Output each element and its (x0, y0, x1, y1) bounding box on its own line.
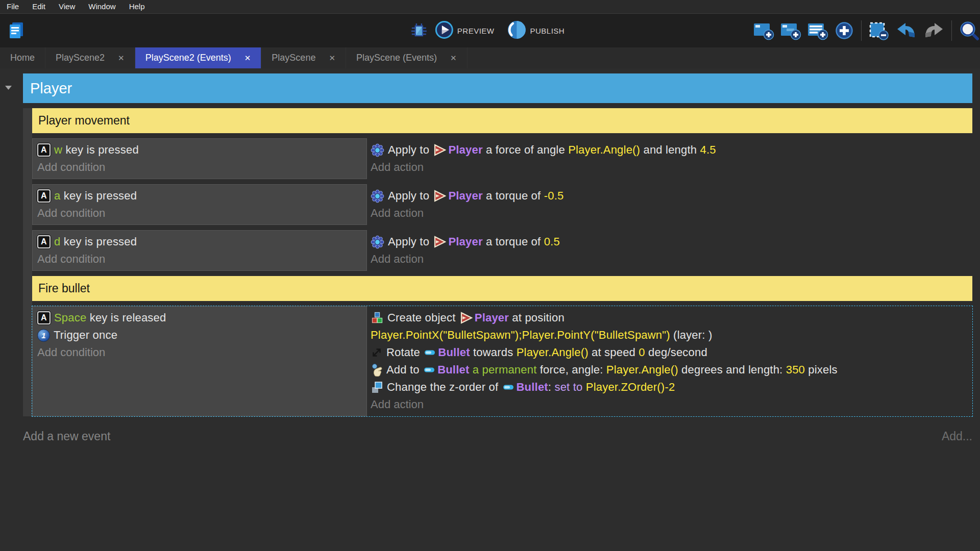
add-action-button[interactable]: Add action (371, 159, 972, 176)
conditions-panel: Aa key is pressedAdd condition (32, 184, 367, 225)
play-icon (435, 20, 454, 41)
toolbar-separator (951, 20, 952, 41)
text-segment: Bullet (517, 381, 548, 394)
redo-icon[interactable] (922, 21, 945, 40)
tab-label: PlayScene2 (Events) (145, 53, 231, 63)
add-action-button[interactable]: Add action (371, 205, 972, 222)
search-icon[interactable] (959, 20, 980, 41)
add-condition-button[interactable]: Add condition (37, 159, 362, 176)
tab-close-icon[interactable]: ✕ (244, 54, 251, 63)
chevron-down-icon[interactable] (4, 84, 13, 93)
condition[interactable]: Aa key is pressed (37, 187, 362, 205)
publish-label: PUBLISH (530, 27, 565, 35)
text-segment: Player (448, 189, 482, 203)
condition[interactable]: ASpace key is released (37, 309, 362, 327)
add-action-button[interactable]: Add action (371, 396, 972, 413)
tab-playscene[interactable]: PlayScene✕ (261, 47, 346, 68)
add-comment-icon[interactable] (807, 21, 829, 40)
text-segment: Player.PointX("BulletSpawn");Player.Poin… (371, 329, 670, 342)
tab-playscene-events[interactable]: PlayScene (Events)✕ (346, 47, 468, 68)
tab-bar: HomePlayScene2✕PlayScene2 (Events)✕PlayS… (0, 47, 980, 68)
event-row: Ad key is pressedAdd conditionApply to P… (32, 230, 972, 271)
text-segment: 4.5 (700, 143, 716, 157)
tab-home[interactable]: Home (0, 47, 45, 68)
event-group-header[interactable]: Player (23, 73, 972, 103)
action[interactable]: Add to Bullet a permanent force, angle: … (371, 361, 972, 379)
group-title: Player (30, 80, 72, 97)
remove-event-icon[interactable] (868, 21, 891, 40)
app-logo-icon[interactable] (7, 21, 26, 40)
add-more-button[interactable]: Add... (942, 430, 972, 443)
text-segment: Player.Angle() (517, 346, 589, 359)
add-condition-button[interactable]: Add condition (37, 344, 362, 361)
keyboard-key-icon: A (37, 189, 51, 203)
add-circle-icon[interactable] (834, 21, 854, 40)
text-segment: Player (475, 311, 509, 324)
text-segment: and length (640, 143, 700, 157)
bullet-object-icon (424, 347, 436, 358)
action[interactable]: Rotate Bullet towards Player.Angle() at … (371, 344, 972, 361)
action[interactable]: Create object Player at position (371, 309, 972, 327)
tab-playscene2-events[interactable]: PlayScene2 (Events)✕ (135, 47, 262, 68)
text-segment: key is released (86, 311, 166, 324)
comment-text: Fire bullet (38, 282, 90, 295)
condition[interactable]: Aw key is pressed (37, 141, 362, 159)
conditions-panel: Ad key is pressedAdd condition (32, 230, 367, 271)
text-segment: pixels (805, 363, 838, 377)
event-row: Aw key is pressedAdd conditionApply to P… (32, 138, 972, 179)
action[interactable]: Change the z-order of Bullet: set to Pla… (371, 379, 972, 396)
undo-icon[interactable] (895, 21, 918, 40)
tab-close-icon[interactable]: ✕ (329, 54, 335, 63)
tab-label: Home (10, 53, 35, 63)
actions-panel: Apply to Player a force of angle Player.… (367, 138, 972, 179)
bullet-object-icon (424, 365, 435, 375)
preview-button[interactable]: PREVIEW (435, 20, 500, 41)
comment-row[interactable]: Player movement (32, 108, 972, 133)
menu-view[interactable]: View (52, 0, 82, 13)
tab-close-icon[interactable]: ✕ (118, 54, 125, 63)
keyboard-key-icon: A (37, 311, 51, 324)
menu-window[interactable]: Window (82, 0, 122, 13)
comment-row[interactable]: Fire bullet (32, 276, 972, 301)
text-segment: Apply to (388, 143, 432, 157)
physics-icon (371, 235, 384, 249)
tab-close-icon[interactable]: ✕ (450, 54, 457, 63)
add-new-event-button[interactable]: Add a new event (23, 430, 110, 443)
publish-icon (506, 20, 526, 42)
publish-button[interactable]: PUBLISH (506, 20, 570, 42)
player-object-icon (433, 190, 446, 202)
keyboard-key-icon: A (37, 143, 51, 157)
text-segment: -0.5 (544, 189, 564, 203)
menu-help[interactable]: Help (122, 0, 152, 13)
text-segment: a torque of (483, 235, 544, 248)
text-segment: a (54, 189, 60, 203)
text-segment: key is pressed (62, 143, 139, 157)
menu-edit[interactable]: Edit (26, 0, 52, 13)
player-object-icon (460, 312, 473, 324)
tab-playscene2[interactable]: PlayScene2✕ (45, 47, 135, 68)
action[interactable]: Apply to Player a torque of -0.5 (371, 187, 972, 205)
text-segment: Create object (387, 311, 459, 324)
add-subevent-icon[interactable] (780, 21, 802, 40)
text-segment: force, angle: (536, 363, 606, 377)
debug-icon[interactable] (410, 21, 428, 40)
add-condition-button[interactable]: Add condition (37, 251, 362, 268)
add-event-icon[interactable] (753, 21, 775, 40)
text-segment: Player (448, 235, 482, 248)
text-segment: d (54, 235, 60, 248)
action[interactable]: Player.PointX("BulletSpawn");Player.Poin… (371, 327, 972, 344)
actions-panel: Apply to Player a torque of 0.5Add actio… (367, 230, 972, 271)
action[interactable]: Apply to Player a force of angle Player.… (371, 141, 972, 159)
action[interactable]: Apply to Player a torque of 0.5 (371, 233, 972, 251)
keyboard-key-icon: A (37, 235, 51, 248)
text-segment: key is pressed (60, 189, 137, 203)
tab-label: PlayScene (272, 53, 315, 63)
menu-file[interactable]: File (0, 0, 26, 13)
force-icon (371, 363, 383, 377)
toolbar-right (753, 14, 980, 47)
add-condition-button[interactable]: Add condition (37, 205, 362, 222)
condition[interactable]: Ad key is pressed (37, 233, 362, 251)
text-segment: Player.ZOrder()-2 (586, 381, 675, 394)
add-action-button[interactable]: Add action (371, 251, 972, 268)
condition[interactable]: 1Trigger once (37, 327, 362, 344)
